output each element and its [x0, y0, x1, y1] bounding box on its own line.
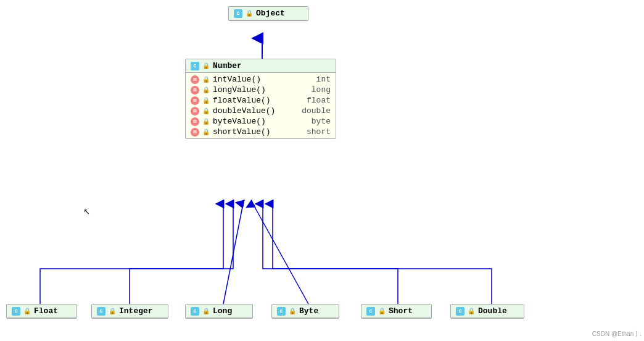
method-name-3: floatValue()	[213, 96, 271, 105]
diagram-container: c 🔒 Object c 🔒 Number m 🔒 intValue() int…	[0, 0, 644, 341]
method-name-6: shortValue()	[213, 127, 271, 137]
method-name-2: longValue()	[213, 85, 266, 95]
method-return-3: float	[300, 96, 331, 105]
method-name-5: byteValue()	[213, 117, 266, 126]
method-return-5: byte	[305, 117, 331, 126]
method-bytevalue: m 🔒 byteValue() byte	[186, 116, 336, 127]
method-m-badge-2: m	[191, 86, 199, 95]
double-class-box: c 🔒 Double	[450, 304, 524, 319]
method-return-2: long	[305, 85, 331, 95]
method-return-1: int	[310, 75, 331, 84]
number-class-name: Number	[213, 61, 242, 70]
object-class-box: c 🔒 Object	[228, 6, 308, 21]
method-m-badge-6: m	[191, 128, 199, 137]
short-class-header: c 🔒 Short	[361, 305, 431, 318]
integer-class-name: Integer	[119, 306, 153, 316]
integer-class-box: c 🔒 Integer	[91, 304, 168, 319]
method-lock-1: 🔒	[202, 75, 210, 84]
short-class-box: c 🔒 Short	[361, 304, 432, 319]
watermark: CSDN @Ethan丨.	[592, 330, 642, 339]
method-m-badge-1: m	[191, 75, 199, 84]
long-c-badge: c	[191, 307, 199, 316]
method-floatvalue: m 🔒 floatValue() float	[186, 95, 336, 106]
number-class-box: c 🔒 Number m 🔒 intValue() int m 🔒 longVa…	[185, 59, 336, 139]
object-class-header: c 🔒 Object	[229, 7, 308, 20]
object-lock-icon: 🔒	[245, 9, 254, 18]
byte-class-header: c 🔒 Byte	[272, 305, 339, 318]
byte-c-badge: c	[277, 307, 286, 316]
method-name-1: intValue()	[213, 75, 261, 84]
method-longvalue: m 🔒 longValue() long	[186, 85, 336, 95]
double-class-name: Double	[478, 306, 507, 316]
method-lock-6: 🔒	[202, 128, 210, 137]
long-class-box: c 🔒 Long	[185, 304, 253, 319]
integer-lock-icon: 🔒	[108, 307, 117, 316]
method-lock-5: 🔒	[202, 117, 210, 126]
arrows-svg	[0, 0, 644, 341]
svg-line-3	[253, 204, 308, 304]
short-lock-icon: 🔒	[378, 307, 386, 316]
method-doublevalue: m 🔒 doubleValue() double	[186, 106, 336, 116]
byte-class-box: c 🔒 Byte	[271, 304, 339, 319]
method-m-badge-5: m	[191, 117, 199, 126]
object-class-name: Object	[256, 9, 285, 18]
double-c-badge: c	[456, 307, 464, 316]
method-lock-4: 🔒	[202, 107, 210, 116]
number-lock-icon: 🔒	[202, 62, 210, 70]
object-c-badge: c	[234, 9, 242, 18]
method-return-4: double	[295, 106, 331, 116]
float-class-box: c 🔒 Float	[6, 304, 77, 319]
float-class-header: c 🔒 Float	[7, 305, 76, 318]
float-class-name: Float	[34, 306, 58, 316]
svg-line-2	[223, 204, 243, 304]
integer-c-badge: c	[97, 307, 105, 316]
double-lock-icon: 🔒	[467, 307, 476, 316]
method-intvalue: m 🔒 intValue() int	[186, 74, 336, 85]
short-class-name: Short	[389, 306, 413, 316]
method-lock-2: 🔒	[202, 86, 210, 95]
byte-class-name: Byte	[299, 306, 318, 316]
long-class-name: Long	[213, 306, 232, 316]
method-m-badge-4: m	[191, 107, 199, 116]
method-m-badge-3: m	[191, 96, 199, 105]
cursor-icon: ↖	[83, 204, 90, 217]
short-c-badge: c	[366, 307, 375, 316]
long-lock-icon: 🔒	[202, 307, 210, 316]
double-class-header: c 🔒 Double	[451, 305, 524, 318]
method-name-4: doubleValue()	[213, 106, 275, 116]
integer-class-header: c 🔒 Integer	[92, 305, 168, 318]
long-class-header: c 🔒 Long	[186, 305, 252, 318]
number-class-body: m 🔒 intValue() int m 🔒 longValue() long …	[186, 73, 336, 138]
byte-lock-icon: 🔒	[288, 307, 297, 316]
number-c-badge: c	[191, 62, 199, 70]
method-return-6: short	[300, 127, 331, 137]
float-lock-icon: 🔒	[23, 307, 31, 316]
float-c-badge: c	[12, 307, 20, 316]
method-shortvalue: m 🔒 shortValue() short	[186, 127, 336, 137]
method-lock-3: 🔒	[202, 96, 210, 105]
number-class-header: c 🔒 Number	[186, 59, 336, 73]
